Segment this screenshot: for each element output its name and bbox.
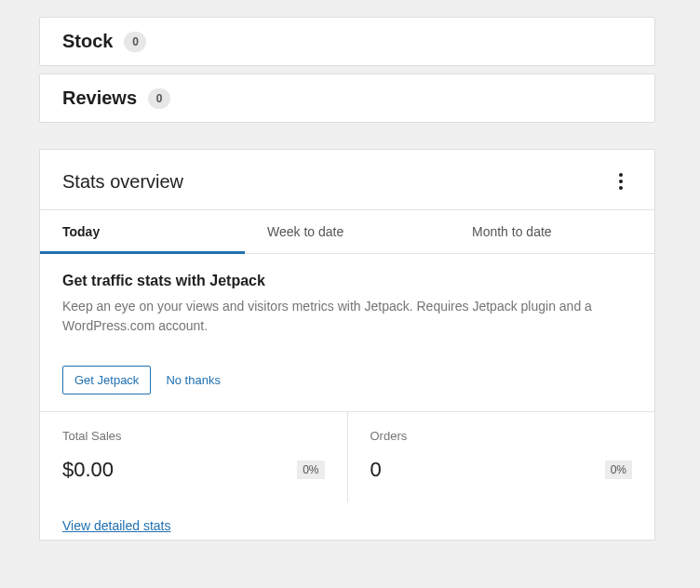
total-sales-delta: 0% bbox=[297, 461, 324, 479]
tab-today[interactable]: Today bbox=[40, 210, 245, 253]
orders-metric[interactable]: Orders 0 0% bbox=[348, 412, 655, 502]
jetpack-promo-description: Keep an eye on your views and visitors m… bbox=[62, 297, 632, 336]
total-sales-value: $0.00 bbox=[62, 458, 114, 482]
no-thanks-button[interactable]: No thanks bbox=[166, 373, 221, 387]
tab-month-to-date[interactable]: Month to date bbox=[450, 210, 654, 253]
orders-value: 0 bbox=[370, 458, 382, 482]
get-jetpack-button[interactable]: Get Jetpack bbox=[62, 366, 151, 394]
total-sales-metric[interactable]: Total Sales $0.00 0% bbox=[40, 412, 348, 502]
stats-overview-card: Stats overview Today Week to date Month … bbox=[39, 149, 655, 541]
more-options-icon[interactable] bbox=[610, 170, 632, 193]
reviews-card[interactable]: Reviews 0 bbox=[39, 74, 655, 123]
stats-title: Stats overview bbox=[62, 171, 183, 193]
jetpack-promo: Get traffic stats with Jetpack Keep an e… bbox=[40, 254, 654, 343]
metrics-row: Total Sales $0.00 0% Orders 0 0% bbox=[40, 412, 654, 502]
stats-footer: View detailed stats bbox=[40, 502, 654, 540]
stock-count-badge: 0 bbox=[124, 32, 146, 52]
view-detailed-stats-link[interactable]: View detailed stats bbox=[62, 518, 170, 533]
reviews-count-badge: 0 bbox=[148, 88, 170, 109]
orders-label: Orders bbox=[370, 429, 633, 443]
orders-delta: 0% bbox=[605, 461, 632, 479]
stats-tabs: Today Week to date Month to date bbox=[40, 209, 654, 254]
stock-card[interactable]: Stock 0 bbox=[39, 17, 655, 66]
total-sales-label: Total Sales bbox=[62, 429, 325, 443]
jetpack-promo-title: Get traffic stats with Jetpack bbox=[62, 273, 632, 289]
reviews-title: Reviews bbox=[62, 87, 137, 109]
tab-week-to-date[interactable]: Week to date bbox=[245, 210, 450, 253]
stock-title: Stock bbox=[62, 31, 113, 52]
